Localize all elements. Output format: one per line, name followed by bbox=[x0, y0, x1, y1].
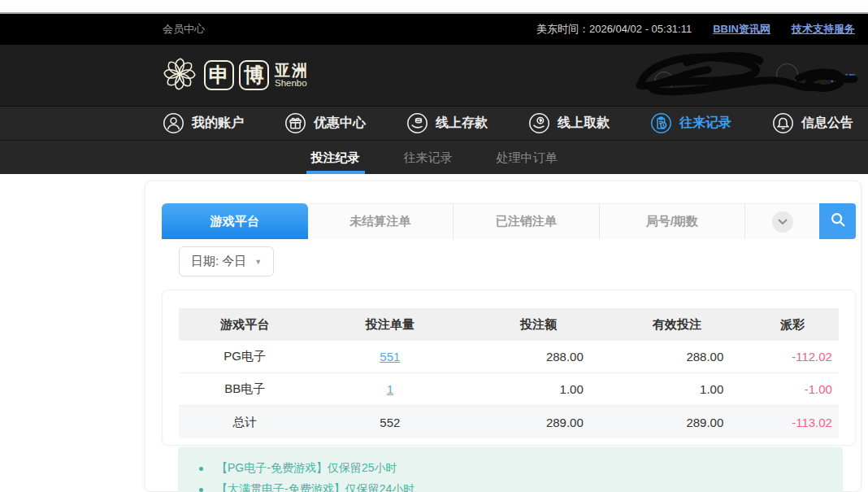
site-header: 申 博 亚洲 Shenbo RMB bbox=[0, 45, 868, 106]
withdraw-icon bbox=[528, 112, 550, 134]
nav-withdraw[interactable]: 线上取款 bbox=[528, 112, 610, 134]
nav-label: 线上存款 bbox=[436, 115, 488, 132]
bet-amount: 1.00 bbox=[469, 382, 608, 396]
total-valid-bet: 289.00 bbox=[608, 416, 747, 429]
total-bet-count: 552 bbox=[310, 416, 469, 429]
gift-icon bbox=[284, 112, 306, 134]
bet-count-link[interactable]: 1 bbox=[387, 382, 393, 396]
tech-support-link[interactable]: 技术支持服务 bbox=[792, 22, 855, 37]
bbin-news-link[interactable]: BBIN资讯网 bbox=[713, 22, 770, 37]
member-center-label: 会员中心 bbox=[163, 22, 205, 37]
date-filter-dropdown[interactable]: 日期: 今日 ▼ bbox=[179, 246, 274, 276]
platform-name: PG电子 bbox=[179, 349, 310, 364]
topbar: 会员中心 美东时间：2026/04/02 - 05:31:11 BBIN资讯网 … bbox=[0, 14, 868, 45]
records-icon bbox=[650, 112, 672, 134]
nav-transaction-records[interactable]: 往来记录 bbox=[650, 112, 731, 134]
col-valid-bet: 有效投注 bbox=[608, 317, 747, 333]
results-section: 游戏平台 投注单量 投注额 有效投注 派彩 PG电子 551 288.00 28… bbox=[162, 290, 856, 446]
nav-label: 优惠中心 bbox=[314, 115, 366, 132]
platform-name: BB电子 bbox=[179, 381, 310, 397]
table-header-row: 游戏平台 投注单量 投注额 有效投注 派彩 bbox=[179, 308, 839, 341]
note-line: 【大满贯电子-免费游戏】仅保留24小时 bbox=[199, 479, 843, 492]
nav-deposit[interactable]: 线上存款 bbox=[406, 112, 488, 134]
logo-char-shen: 申 bbox=[204, 60, 234, 90]
note-line: 【PG电子-免费游戏】仅保留25小时 bbox=[199, 458, 843, 479]
payout: -1.00 bbox=[746, 382, 839, 396]
logo-char-bo: 博 bbox=[239, 60, 269, 90]
subnav-pending-orders[interactable]: 处理中订单 bbox=[492, 141, 562, 174]
note-text: 【大满贯电子-免费游戏】仅保留24小时 bbox=[216, 482, 414, 492]
user-icon bbox=[163, 112, 184, 134]
shenbo-logo[interactable]: 申 博 亚洲 Shenbo bbox=[161, 55, 309, 96]
time-label: 美东时间： bbox=[536, 23, 589, 35]
sub-nav: 投注纪录 往来记录 处理中订单 bbox=[0, 140, 868, 174]
nav-my-account[interactable]: 我的账户 bbox=[163, 112, 244, 134]
nav-promotions[interactable]: 优惠中心 bbox=[284, 112, 366, 134]
tab-unsettled-bets[interactable]: 未结算注单 bbox=[308, 203, 454, 239]
bullet-dot-icon bbox=[199, 467, 203, 471]
search-button[interactable] bbox=[819, 203, 856, 239]
col-game-platform: 游戏平台 bbox=[179, 317, 310, 333]
valid-bet: 288.00 bbox=[608, 350, 747, 364]
valid-bet: 1.00 bbox=[608, 382, 747, 396]
tab-cancelled-bets[interactable]: 已注销注单 bbox=[454, 203, 600, 239]
search-icon bbox=[829, 211, 847, 232]
tabs-expander[interactable] bbox=[745, 203, 819, 239]
chevron-down-icon bbox=[772, 211, 793, 233]
bell-icon bbox=[772, 112, 794, 134]
filter-tabs: 游戏平台 未结算注单 已注销注单 局号/期数 bbox=[162, 203, 856, 239]
top-white-strip bbox=[0, 0, 868, 12]
subnav-transaction-records[interactable]: 往来记录 bbox=[399, 141, 458, 174]
page: 会员中心 美东时间：2026/04/02 - 05:31:11 BBIN资讯网 … bbox=[0, 0, 868, 492]
bet-summary-table: 游戏平台 投注单量 投注额 有效投注 派彩 PG电子 551 288.00 28… bbox=[179, 308, 839, 438]
us-eastern-time: 美东时间：2026/04/02 - 05:31:11 bbox=[536, 22, 692, 37]
nav-announcements[interactable]: 信息公告 bbox=[772, 112, 853, 134]
nav-label: 往来记录 bbox=[679, 115, 731, 132]
main-nav: 我的账户 优惠中心 bbox=[0, 106, 868, 140]
payout: -112.02 bbox=[746, 350, 839, 364]
subnav-betting-records[interactable]: 投注纪录 bbox=[306, 141, 365, 174]
total-bet-amount: 289.00 bbox=[469, 416, 608, 429]
time-value: 2026/04/02 - 05:31:11 bbox=[589, 23, 692, 35]
redaction-scribble bbox=[630, 45, 861, 106]
total-label: 总计 bbox=[179, 415, 310, 430]
bet-count-link[interactable]: 551 bbox=[380, 350, 400, 364]
bet-amount: 288.00 bbox=[469, 350, 608, 364]
logo-latin-text: Shenbo bbox=[275, 78, 309, 88]
total-payout: -113.02 bbox=[746, 416, 839, 429]
retention-notes: 【PG电子-免费游戏】仅保留25小时 【大满贯电子-免费游戏】仅保留24小时 bbox=[178, 447, 843, 492]
flower-logo-icon bbox=[161, 55, 198, 96]
tab-round-number[interactable]: 局号/期数 bbox=[600, 203, 746, 239]
tab-game-platform[interactable]: 游戏平台 bbox=[162, 203, 308, 239]
caret-down-icon: ▼ bbox=[254, 258, 262, 266]
nav-label: 我的账户 bbox=[192, 115, 244, 132]
nav-label: 信息公告 bbox=[801, 115, 853, 132]
col-payout: 派彩 bbox=[746, 317, 839, 333]
date-filter-label: 日期: 今日 bbox=[191, 254, 246, 269]
table-row: BB电子 1 1.00 1.00 -1.00 bbox=[179, 373, 839, 406]
logo-region-text: 亚洲 bbox=[275, 63, 309, 79]
table-total-row: 总计 552 289.00 289.00 -113.02 bbox=[179, 406, 839, 438]
bullet-dot-icon bbox=[199, 488, 203, 492]
col-bet-count: 投注单量 bbox=[310, 317, 469, 333]
col-bet-amount: 投注额 bbox=[469, 317, 608, 333]
note-text: 【PG电子-免费游戏】仅保留25小时 bbox=[216, 461, 397, 476]
nav-label: 线上取款 bbox=[558, 115, 610, 132]
content-card: 游戏平台 未结算注单 已注销注单 局号/期数 日期: 今日 bbox=[145, 181, 861, 492]
deposit-icon bbox=[406, 112, 428, 134]
account-area: RMB bbox=[630, 45, 861, 106]
table-row: PG电子 551 288.00 288.00 -112.02 bbox=[179, 341, 839, 373]
